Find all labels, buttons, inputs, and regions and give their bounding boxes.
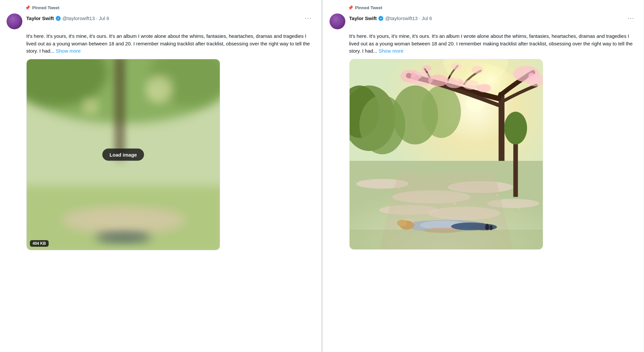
svg-point-21 xyxy=(428,74,448,86)
tweet-header-right: Taylor Swift @taylorswift13 · Jul 6 ··· xyxy=(330,13,637,29)
svg-point-31 xyxy=(418,74,422,78)
right-tweet-panel: 📌 Pinned Tweet Taylor Swift @taylorswift… xyxy=(323,0,644,352)
tweet-meta-left: Taylor Swift @taylorswift13 · Jul 6 ··· xyxy=(26,13,314,23)
svg-rect-6 xyxy=(115,59,125,158)
more-options-right[interactable]: ··· xyxy=(625,13,637,23)
svg-point-66 xyxy=(485,224,489,230)
tweet-date-left: Jul 6 xyxy=(99,15,109,21)
pin-icon-right: 📌 xyxy=(348,5,353,10)
svg-point-55 xyxy=(519,208,520,209)
pinned-label-left: 📌 Pinned Tweet xyxy=(25,5,314,10)
svg-point-50 xyxy=(375,179,377,181)
dot-right: · xyxy=(419,15,420,21)
svg-point-67 xyxy=(489,225,493,230)
dot-left: · xyxy=(96,15,98,21)
tweet-image-right[interactable] xyxy=(349,59,543,250)
display-name-left[interactable]: Taylor Swift xyxy=(26,15,54,21)
tweet-header-left: Taylor Swift @taylorswift13 · Jul 6 ··· xyxy=(7,13,314,29)
svg-rect-68 xyxy=(350,230,543,249)
tweet-text-right: It's here. It's yours, it's mine, it's o… xyxy=(349,33,637,55)
verified-badge-left xyxy=(55,15,61,21)
svg-point-33 xyxy=(528,72,534,78)
show-more-right[interactable]: Show more xyxy=(379,48,403,54)
user-info-right: Taylor Swift @taylorswift13 · Jul 6 xyxy=(349,15,432,21)
avatar-left[interactable] xyxy=(7,13,22,29)
tweet-body-right: It's here. It's yours, it's mine, it's o… xyxy=(349,33,637,250)
load-image-button[interactable]: Load image xyxy=(102,148,144,161)
tweet-body-left: It's here. It's yours, it's mine, it's o… xyxy=(26,33,314,250)
left-tweet-panel: 📌 Pinned Tweet Taylor Swift @taylorswift… xyxy=(0,0,321,352)
pin-icon-left: 📌 xyxy=(25,5,30,10)
svg-point-57 xyxy=(504,112,527,144)
svg-point-8 xyxy=(146,75,173,103)
display-name-right[interactable]: Taylor Swift xyxy=(349,15,377,21)
verified-badge-right xyxy=(378,15,384,21)
tweet-image-left: Load image 404 KB xyxy=(26,59,220,250)
image-size-badge: 404 KB xyxy=(30,240,49,247)
more-options-left[interactable]: ··· xyxy=(302,13,314,23)
svg-point-29 xyxy=(422,65,431,71)
show-more-left[interactable]: Show more xyxy=(56,48,81,54)
tweet-text-left: It's here. It's yours, it's mine, it's o… xyxy=(26,33,314,55)
avatar-right[interactable] xyxy=(330,13,345,29)
tweet-meta-top-left: Taylor Swift @taylorswift13 · Jul 6 ··· xyxy=(26,13,314,23)
pinned-text-left: Pinned Tweet xyxy=(32,5,59,10)
tweet-meta-top-right: Taylor Swift @taylorswift13 · Jul 6 ··· xyxy=(349,13,637,23)
tweet-meta-right: Taylor Swift @taylorswift13 · Jul 6 ··· xyxy=(349,13,637,23)
user-info-left: Taylor Swift @taylorswift13 · Jul 6 xyxy=(26,15,109,21)
pinned-label-right: 📌 Pinned Tweet xyxy=(348,5,637,10)
tweet-date-right: Jul 6 xyxy=(422,15,432,21)
svg-point-62 xyxy=(397,220,407,226)
svg-point-65 xyxy=(471,224,497,230)
svg-point-17 xyxy=(422,85,461,138)
svg-point-5 xyxy=(61,206,185,234)
username-left[interactable]: @taylorswift13 xyxy=(62,15,95,21)
pinned-text-right: Pinned Tweet xyxy=(355,5,382,10)
username-right[interactable]: @taylorswift13 xyxy=(385,15,418,21)
svg-point-30 xyxy=(411,72,416,77)
panel-divider xyxy=(322,0,322,352)
